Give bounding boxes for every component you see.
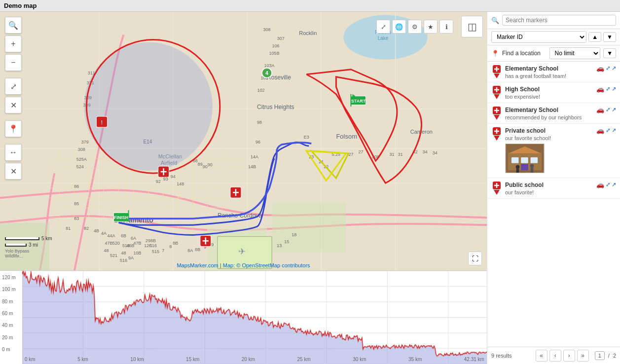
svg-text:15: 15: [284, 239, 289, 244]
svg-text:524: 524: [76, 164, 84, 169]
svg-text:525A: 525A: [76, 157, 87, 162]
expand-icon-4[interactable]: ⤢: [606, 127, 610, 134]
svg-text:10B: 10B: [134, 251, 142, 255]
list-item[interactable]: Public school 🚗 ⤢ ↗ our favorite!: [487, 178, 620, 199]
expand-icon-3[interactable]: ⤢: [606, 107, 610, 113]
info-icon[interactable]: ℹ: [439, 20, 453, 34]
fullscreen-button[interactable]: ⛶: [468, 252, 482, 265]
list-item[interactable]: Private school 🚗 ⤢ ↗ our favorite school…: [487, 124, 620, 178]
list-item[interactable]: High School 🚗 ⤢ ↗ too expensive!: [487, 82, 620, 103]
delete-button[interactable]: ✕: [5, 163, 22, 180]
filter-row: Marker ID ▲ ▼: [487, 29, 620, 45]
car-icon-3[interactable]: 🚗: [596, 106, 604, 113]
expand-icon-2[interactable]: ⤢: [606, 86, 610, 92]
map-controls: 🔍 + − ⤢ ✕ 📍 ↔ ✕: [5, 17, 22, 180]
svg-text:Folsom: Folsom: [336, 133, 357, 140]
elevation-chart: 120 m 100 m 80 m 60 m 40 m 20 m 0 m 0 km…: [0, 270, 487, 364]
search-input[interactable]: [506, 17, 613, 24]
search-icon: 🔍: [491, 17, 499, 24]
next-page-button[interactable]: ›: [563, 350, 575, 362]
share-icon-5[interactable]: ↗: [612, 182, 616, 188]
svg-rect-170: [516, 169, 519, 173]
svg-text:89: 89: [198, 162, 203, 167]
move-button[interactable]: ↔: [5, 144, 22, 161]
prev-page-button[interactable]: ‹: [549, 350, 561, 362]
marker-id-select[interactable]: Marker ID: [491, 31, 586, 43]
location-row: 📍 Find a location No limit ▼: [487, 45, 620, 62]
layers-button[interactable]: ◫: [461, 16, 483, 37]
svg-text:105B: 105B: [269, 51, 280, 56]
svg-text:Rocklin: Rocklin: [299, 30, 317, 36]
marker-3-desc: recommended by our neighbors: [505, 114, 616, 120]
share-icon-3[interactable]: ↗: [612, 107, 616, 113]
marker-4-desc: our favorite school!: [505, 135, 616, 141]
car-icon-1[interactable]: 🚗: [596, 65, 604, 72]
expand-icon-1[interactable]: ⤢: [606, 65, 610, 72]
marker-3-title: Elementary School: [505, 107, 596, 113]
svg-text:48: 48: [121, 251, 126, 255]
svg-text:516: 516: [120, 258, 127, 263]
list-item[interactable]: Elementary School 🚗 ⤢ ↗ recommended by o…: [487, 103, 620, 124]
svg-text:47B: 47B: [105, 241, 112, 246]
results-count: 9 results: [491, 353, 512, 359]
filter-down-button[interactable]: ▼: [603, 32, 616, 42]
svg-text:4B: 4B: [94, 228, 99, 233]
svg-rect-168: [521, 164, 528, 171]
share-icon-4[interactable]: ↗: [612, 127, 616, 134]
close-button[interactable]: ✕: [5, 97, 22, 113]
car-icon-4[interactable]: 🚗: [596, 127, 604, 134]
search-button[interactable]: 🔍: [5, 17, 22, 34]
svg-text:308: 308: [78, 147, 85, 152]
car-icon-5[interactable]: 🚗: [596, 181, 604, 188]
find-location-label: Find a location: [502, 50, 547, 57]
settings-icon[interactable]: ⚙: [408, 20, 422, 34]
extent-button[interactable]: ⤢: [5, 78, 22, 95]
svg-text:521: 521: [110, 253, 117, 258]
map-attribution: MapsMarker.com | Map: © OpenStreetMap co…: [177, 262, 310, 268]
expand-icon[interactable]: ⤢: [376, 20, 390, 34]
svg-text:307: 307: [277, 36, 285, 41]
share-icon[interactable]: 🌐: [392, 20, 406, 34]
osm-link[interactable]: Map: © OpenStreetMap contributors: [223, 262, 310, 268]
svg-text:81: 81: [66, 226, 71, 231]
share-icon-1[interactable]: ↗: [612, 65, 616, 72]
share-icon-2[interactable]: ↗: [612, 86, 616, 92]
location-button[interactable]: 📍: [5, 120, 22, 137]
mapsmarker-link[interactable]: MapsMarker.com: [177, 262, 218, 268]
last-page-button[interactable]: »: [577, 350, 589, 362]
expand-icon-5[interactable]: ⤢: [606, 182, 610, 188]
filter-up-button[interactable]: ▲: [588, 32, 601, 42]
title-bar: Demo map: [0, 0, 620, 12]
svg-text:34: 34: [423, 149, 428, 154]
map-container[interactable]: Folsom Lake: [0, 12, 487, 270]
svg-text:90: 90: [208, 162, 213, 167]
car-icon-2[interactable]: 🚗: [596, 85, 604, 93]
no-limit-down-button[interactable]: ▼: [603, 48, 616, 58]
svg-text:90: 90: [203, 164, 208, 169]
elevation-x-axis: 0 km 5 km 10 km 15 km 20 km 25 km 30 km …: [22, 354, 487, 364]
svg-text:Citrus Heights: Citrus Heights: [257, 104, 294, 110]
svg-text:515: 515: [152, 249, 159, 254]
star-icon[interactable]: ★: [424, 20, 438, 34]
svg-text:8B: 8B: [195, 247, 200, 252]
svg-text:93: 93: [163, 177, 168, 182]
svg-text:FINISH: FINISH: [114, 215, 129, 220]
svg-text:31: 31: [398, 152, 403, 157]
svg-text:298B: 298B: [146, 238, 156, 243]
list-item[interactable]: Elementary School 🚗 ⤢ ↗ has a great foot…: [487, 62, 620, 82]
svg-text:9: 9: [211, 242, 214, 247]
svg-text:34: 34: [433, 150, 438, 155]
sidebar-header: 🔍: [487, 12, 620, 29]
zoom-out-button[interactable]: −: [5, 54, 22, 71]
marker-1-desc: has a great football team!: [505, 73, 616, 79]
svg-text:14A: 14A: [251, 154, 258, 159]
map-bottom-right: ⛶: [468, 252, 482, 265]
svg-text:START: START: [351, 99, 366, 104]
first-page-button[interactable]: «: [536, 350, 547, 362]
no-limit-select[interactable]: No limit: [549, 47, 601, 59]
svg-point-171: [530, 164, 534, 168]
elevation-canvas: [22, 271, 487, 364]
marker-5-desc: our favorite!: [505, 189, 616, 195]
zoom-in-button[interactable]: +: [5, 36, 22, 52]
search-input-wrapper[interactable]: [502, 15, 616, 26]
